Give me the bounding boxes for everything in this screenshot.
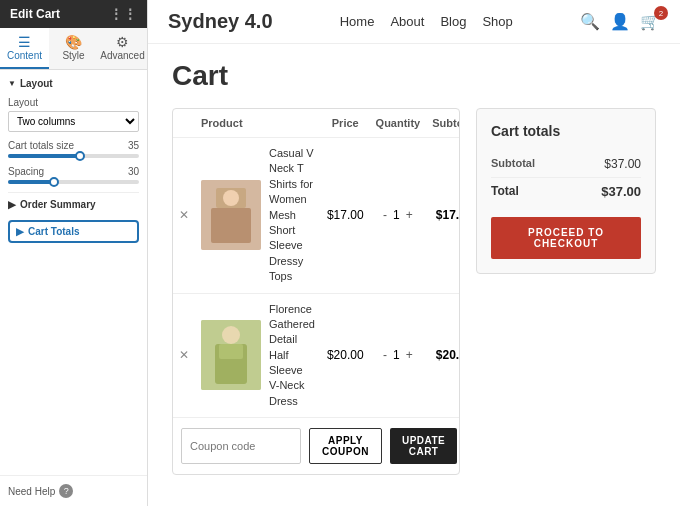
edit-panel: Edit Cart ⋮⋮ ☰ Content 🎨 Style ⚙ Advance… <box>0 0 148 506</box>
product-image-1 <box>201 180 261 250</box>
qty-increase-2[interactable]: + <box>406 348 413 362</box>
cart-totals-toggle[interactable]: ▶ Cart Totals <box>16 226 131 237</box>
panel-header-icons: ⋮⋮ <box>109 6 137 22</box>
remove-cell-1: ✕ <box>173 138 195 294</box>
price-cell-1: $17.00 <box>321 138 370 294</box>
cart-totals-arrow-icon: ▶ <box>16 226 24 237</box>
order-summary-arrow-icon: ▶ <box>8 199 16 210</box>
tab-advanced-label: Advanced <box>100 50 144 61</box>
subtotal-cell-2: $20.00 <box>426 293 460 417</box>
layout-arrow-icon: ▼ <box>8 79 16 88</box>
nav-shop[interactable]: Shop <box>482 14 512 29</box>
svg-rect-7 <box>219 344 243 359</box>
qty-increase-1[interactable]: + <box>406 208 413 222</box>
need-help-label: Need Help <box>8 486 55 497</box>
cart-totals-size-fill <box>8 154 80 158</box>
apply-coupon-button[interactable]: APPLY COUPON <box>309 428 382 464</box>
qty-decrease-1[interactable]: - <box>383 208 387 222</box>
subtotal-value: $37.00 <box>604 157 641 171</box>
total-label: Total <box>491 184 519 199</box>
nav-about[interactable]: About <box>390 14 424 29</box>
qty-value-2: 1 <box>393 348 400 362</box>
total-value: $37.00 <box>601 184 641 199</box>
col-price: Price <box>321 109 370 138</box>
panel-header: Edit Cart ⋮⋮ <box>0 0 147 28</box>
panel-title: Edit Cart <box>10 7 60 21</box>
total-row: Total $37.00 <box>491 178 641 205</box>
table-row: ✕ <box>173 293 460 417</box>
layout-select[interactable]: Two columns One column <box>8 111 139 132</box>
panel-tabs: ☰ Content 🎨 Style ⚙ Advanced <box>0 28 147 70</box>
grid-icon: ⋮⋮ <box>109 6 137 22</box>
spacing-track[interactable] <box>8 180 139 184</box>
cart-totals-section: ▶ Cart Totals <box>8 220 139 243</box>
qty-decrease-2[interactable]: - <box>383 348 387 362</box>
style-icon: 🎨 <box>51 34 96 50</box>
layout-section-label: Layout <box>20 78 53 89</box>
order-summary-section: ▶ Order Summary <box>8 192 139 216</box>
advanced-icon: ⚙ <box>100 34 145 50</box>
tab-content-label: Content <box>7 50 42 61</box>
update-cart-button[interactable]: UPDATE CART <box>390 428 457 464</box>
subtotal-cell-1: $17.00 <box>426 138 460 294</box>
tab-style-label: Style <box>62 50 84 61</box>
spacing-label: Spacing <box>8 166 44 177</box>
nav-home[interactable]: Home <box>340 14 375 29</box>
subtotal-label: Subtotal <box>491 157 535 171</box>
cart-totals-panel-label: Cart Totals <box>28 226 80 237</box>
cart-totals-size-thumb[interactable] <box>75 151 85 161</box>
product-info-2: Florence Gathered Detail Half Sleeve V-N… <box>201 302 315 410</box>
qty-value-1: 1 <box>393 208 400 222</box>
checkout-button[interactable]: PROCEED TO CHECKOUT <box>491 217 641 259</box>
cart-icon-wrapper[interactable]: 🛒 2 <box>640 12 660 31</box>
cart-totals-size-track[interactable] <box>8 154 139 158</box>
order-summary-toggle[interactable]: ▶ Order Summary <box>8 199 139 210</box>
help-icon[interactable]: ? <box>59 484 73 498</box>
cart-section: Product Price Quantity Subtotal ✕ <box>172 108 656 475</box>
svg-rect-2 <box>211 208 251 243</box>
nav-links: Home About Blog Shop <box>340 14 513 29</box>
spacing-value: 30 <box>128 166 139 177</box>
col-product: Product <box>195 109 321 138</box>
remove-button-1[interactable]: ✕ <box>179 208 189 222</box>
qty-cell-1: - 1 + <box>370 138 427 294</box>
spacing-thumb[interactable] <box>49 177 59 187</box>
qty-control-1: - 1 + <box>376 208 421 222</box>
svg-point-5 <box>222 326 240 344</box>
nav-icons: 🔍 👤 🛒 2 <box>580 12 660 31</box>
qty-cell-2: - 1 + <box>370 293 427 417</box>
product-image-2 <box>201 320 261 390</box>
cart-totals-title: Cart totals <box>491 123 641 139</box>
product-name-1: Casual V Neck T Shirts for Women Mesh Sh… <box>269 146 315 285</box>
right-content: Sydney 4.0 Home About Blog Shop 🔍 👤 🛒 2 … <box>148 0 680 506</box>
order-summary-label: Order Summary <box>20 199 96 210</box>
col-quantity: Quantity <box>370 109 427 138</box>
product-name-2: Florence Gathered Detail Half Sleeve V-N… <box>269 302 315 410</box>
price-cell-2: $20.00 <box>321 293 370 417</box>
panel-body: ▼ Layout Layout Two columns One column C… <box>0 70 147 475</box>
product-cell-1: Casual V Neck T Shirts for Women Mesh Sh… <box>195 138 321 294</box>
remove-cell-2: ✕ <box>173 293 195 417</box>
user-icon[interactable]: 👤 <box>610 12 630 31</box>
tab-style[interactable]: 🎨 Style <box>49 28 98 69</box>
tab-content[interactable]: ☰ Content <box>0 28 49 69</box>
product-info-1: Casual V Neck T Shirts for Women Mesh Sh… <box>201 146 315 285</box>
cart-totals-size-row: Cart totals size 35 <box>8 140 139 158</box>
table-row: ✕ <box>173 138 460 294</box>
col-subtotal: Subtotal <box>426 109 460 138</box>
product-cell-2: Florence Gathered Detail Half Sleeve V-N… <box>195 293 321 417</box>
remove-button-2[interactable]: ✕ <box>179 348 189 362</box>
site-nav: Sydney 4.0 Home About Blog Shop 🔍 👤 🛒 2 <box>148 0 680 44</box>
coupon-row: APPLY COUPON UPDATE CART <box>173 417 459 474</box>
tab-advanced[interactable]: ⚙ Advanced <box>98 28 147 69</box>
page-content: Cart Product Price Quantity Subtotal <box>148 44 680 491</box>
coupon-input[interactable] <box>181 428 301 464</box>
svg-point-3 <box>223 190 239 206</box>
cart-table-header-row: Product Price Quantity Subtotal <box>173 109 460 138</box>
cart-table: Product Price Quantity Subtotal ✕ <box>173 109 460 417</box>
search-icon[interactable]: 🔍 <box>580 12 600 31</box>
cart-totals-size-value: 35 <box>128 140 139 151</box>
subtotal-row: Subtotal $37.00 <box>491 151 641 178</box>
qty-control-2: - 1 + <box>376 348 421 362</box>
nav-blog[interactable]: Blog <box>440 14 466 29</box>
